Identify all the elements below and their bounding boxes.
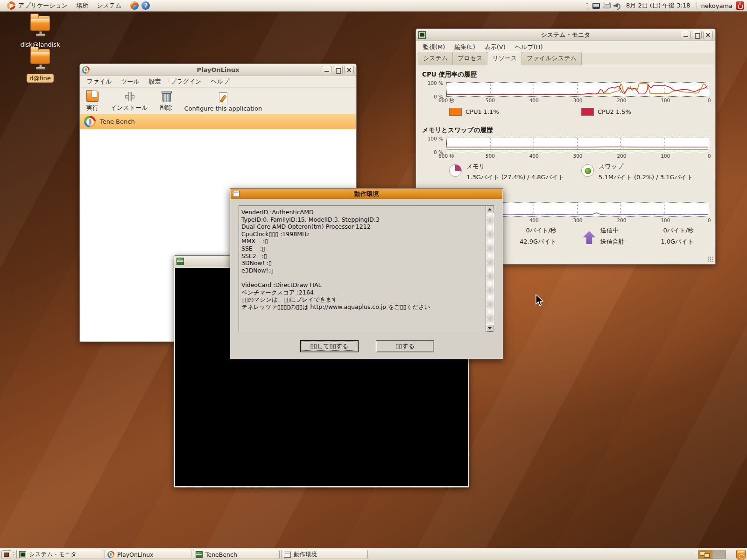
taskbar: システム・モニタ PlayOnLinux TeneBench 動作環境: [0, 548, 747, 560]
minimize-button[interactable]: [681, 31, 691, 39]
dialog-scrollbar[interactable]: [486, 206, 493, 332]
dialog-text-line: Dual-Core AMD Opteron(tm) Processor 1212: [241, 223, 484, 231]
memory-legend-item: メモリ 1.3Gバイト (27.4%) / 4.8Gバイト: [449, 162, 564, 182]
menu-view[interactable]: 表示(V): [480, 42, 510, 53]
run-button[interactable]: 実行: [86, 91, 99, 112]
printer-icon[interactable]: [603, 3, 611, 8]
menu-system[interactable]: システム: [92, 0, 126, 11]
list-item-label: Tene Bench: [100, 118, 135, 125]
playonlinux-toolbar: 実行 インストール 削除 Configure this application: [80, 88, 356, 116]
taskbar-button-label: システム・モニタ: [29, 551, 77, 559]
scroll-down-icon[interactable]: [486, 324, 493, 332]
firefox-launcher-icon[interactable]: [130, 1, 139, 10]
menu-plugins[interactable]: プラグイン: [166, 76, 206, 87]
memory-chart-x-ticks: 600 秒5004003002001000: [446, 152, 709, 160]
menu-settings[interactable]: 設定: [145, 76, 165, 87]
menu-tools[interactable]: ツール: [117, 76, 144, 87]
memory-label: メモリ: [466, 162, 564, 171]
tenebench-app-icon: [196, 551, 203, 558]
install-label: インストール: [111, 104, 148, 112]
dialog-text-line: テネレッツァ▯▯▯▯の▯▯は http://www.aquaplus.co.jp…: [241, 303, 484, 311]
cpu-chart-x-ticks: 600 秒5004003002001000: [446, 97, 709, 104]
menu-help[interactable]: ヘルプ: [206, 76, 233, 87]
trash-applet-icon[interactable]: [736, 550, 746, 560]
taskbar-button-label: TeneBench: [205, 551, 237, 558]
taskbar-button-system-monitor[interactable]: システム・モニタ: [16, 550, 103, 559]
help-launcher-icon[interactable]: ?: [141, 1, 150, 10]
dialog-ok-button[interactable]: ▯▯して▯▯する: [300, 340, 359, 352]
remove-label: 削除: [160, 104, 172, 112]
playonlinux-title: PlayOnLinux: [80, 66, 356, 73]
dialog-text-line: SSE2 :▯: [241, 252, 484, 260]
taskbar-button-label: PlayOnLinux: [117, 551, 154, 558]
memory-swap-chart: [446, 138, 709, 152]
dialog-text-line: [241, 274, 484, 281]
install-button[interactable]: インストール: [111, 91, 148, 112]
system-monitor-app-icon: [418, 31, 426, 39]
tab-processes[interactable]: プロセス: [452, 52, 487, 65]
taskbar-grip[interactable]: [13, 551, 15, 558]
run-label: 実行: [86, 104, 99, 112]
playonlinux-titlebar[interactable]: PlayOnLinux: [80, 64, 356, 76]
system-monitor-titlebar[interactable]: システム・モニタ: [416, 29, 715, 41]
taskbar-button-playonlinux[interactable]: PlayOnLinux: [105, 550, 191, 559]
resize-grip[interactable]: [707, 256, 713, 262]
clock[interactable]: 8月 2日 (日) 午後 3:18: [626, 1, 690, 10]
volume-icon[interactable]: [613, 2, 621, 9]
mouse-cursor: [535, 294, 545, 307]
scroll-up-icon[interactable]: [486, 206, 493, 213]
system-monitor-tabs: システム プロセス リソース ファイルシステム: [416, 53, 715, 65]
menu-help[interactable]: ヘルプ(H): [511, 42, 547, 53]
maximize-button[interactable]: [333, 66, 343, 74]
close-button[interactable]: [344, 66, 354, 74]
system-monitor-app-icon: [19, 551, 26, 558]
panel-grip[interactable]: [586, 2, 588, 9]
send-total-label: 送信合計: [600, 238, 625, 246]
taskbar-button-tenebench[interactable]: TeneBench: [193, 550, 280, 559]
workspace-1[interactable]: [698, 550, 712, 559]
menu-file[interactable]: ファイル: [83, 76, 116, 87]
show-desktop-button[interactable]: [1, 550, 11, 559]
swap-legend-item: スワップ 5.1Mバイト (0.2%) / 3.1Gバイト: [581, 162, 693, 182]
desktop-icon-disk-landisk[interactable]: disk@landisk: [13, 15, 67, 49]
user-menu[interactable]: nekoyama: [701, 2, 733, 9]
tab-system[interactable]: システム: [418, 52, 453, 65]
dialog-close-button[interactable]: ▯▯する: [376, 340, 434, 352]
dialog-title: 動作環境: [231, 190, 502, 198]
menu-applications[interactable]: アプリケーション: [3, 0, 72, 11]
show-desktop-icon: [4, 553, 9, 557]
menu-monitor[interactable]: 監視(M): [419, 42, 449, 53]
remove-button[interactable]: 削除: [160, 91, 172, 112]
network-stand-icon: [38, 31, 42, 35]
configure-button[interactable]: Configure this application: [184, 92, 262, 112]
network-receive-values: 0バイト/秒 42.9Gバイト: [516, 226, 557, 246]
dialog-titlebar[interactable]: 動作環境: [231, 189, 502, 199]
tab-filesystems[interactable]: ファイルシステム: [521, 52, 581, 65]
cpu1-legend-item: CPU1 1.1%: [449, 108, 499, 116]
trash-icon: [162, 91, 171, 102]
maximize-button[interactable]: [692, 31, 702, 39]
list-item-tene-bench[interactable]: Tene Bench: [80, 114, 356, 129]
system-monitor-menubar: 監視(M) 編集(E) 表示(V) ヘルプ(H): [416, 41, 715, 53]
minimize-button[interactable]: [322, 66, 331, 74]
display-settings-icon[interactable]: [592, 3, 600, 9]
power-icon[interactable]: [736, 1, 744, 10]
tab-resources[interactable]: リソース: [487, 52, 522, 65]
desktop: { "top_panel": { "menus": ["アプリケーション", "…: [0, 0, 747, 560]
dialog-text-line: CpuClock▯▯▯ :1998MHz: [241, 231, 484, 238]
menu-edit[interactable]: 編集(E): [450, 42, 479, 53]
network-folder-icon: [30, 16, 50, 31]
swap-dot-icon: [581, 164, 594, 177]
desktop-icon-d-fine[interactable]: d@fine: [13, 48, 67, 83]
tenebench-app-icon: [176, 258, 184, 265]
workspace-2[interactable]: [712, 550, 726, 559]
taskbar-button-dialog[interactable]: 動作環境: [281, 550, 368, 559]
configure-label: Configure this application: [184, 105, 262, 112]
send-rate: 0バイト/秒: [654, 226, 694, 235]
menu-places[interactable]: 場所: [72, 0, 92, 11]
dialog-text-line: ベンチマークスコア :2164: [241, 289, 484, 296]
receive-rate: 0バイト/秒: [516, 226, 557, 235]
benchmark-result-text[interactable]: VenderID :AuthenticAMDTypeID:0, FamilyID…: [239, 205, 494, 332]
close-button[interactable]: [703, 31, 713, 39]
workspace-switcher[interactable]: [698, 550, 726, 559]
